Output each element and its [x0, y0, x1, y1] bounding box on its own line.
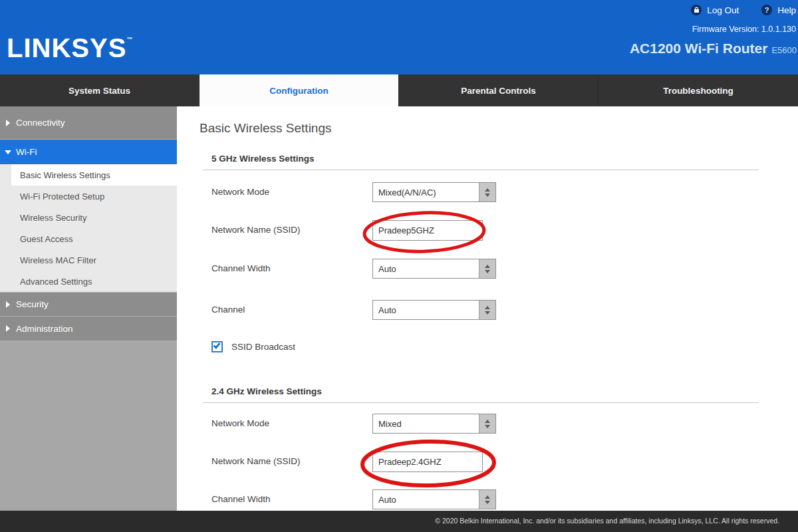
product-model: E5600: [771, 45, 797, 55]
ssid-broadcast-row: SSID Broadcast: [211, 341, 295, 352]
main-tabbar: System Status Configuration Parental Con…: [0, 74, 798, 106]
section-title-24ghz: 2.4 GHz Wireless Settings: [211, 386, 322, 396]
select-channel-width-24ghz[interactable]: Auto: [372, 489, 496, 509]
select-channel-width-5ghz[interactable]: Auto: [372, 259, 496, 279]
stepper-icon[interactable]: [479, 301, 495, 319]
label-channel-5ghz: Channel: [211, 305, 245, 315]
tab-parental-controls[interactable]: Parental Controls: [399, 74, 598, 106]
checkmark-icon: [213, 341, 220, 349]
header: LINKSYS™ Log Out ? Help Firmware Version…: [0, 0, 798, 74]
sidebar-item-label: Wi-Fi: [16, 147, 37, 157]
submenu-item-advanced-settings[interactable]: Advanced Settings: [0, 271, 177, 292]
label-channel-width-24ghz: Channel Width: [211, 494, 271, 504]
tab-configuration[interactable]: Configuration: [200, 74, 399, 106]
main-content: Basic Wireless Settings 5 GHz Wireless S…: [177, 106, 798, 511]
select-network-mode-5ghz[interactable]: Mixed(A/N/AC): [372, 182, 496, 202]
chevron-right-icon: [6, 325, 10, 332]
sidebar-item-label: Connectivity: [16, 118, 65, 128]
sidebar-item-connectivity[interactable]: Connectivity: [0, 106, 177, 140]
header-links: Log Out ? Help: [691, 5, 796, 15]
page-title: Basic Wireless Settings: [200, 121, 332, 136]
submenu-item-wireless-security[interactable]: Wireless Security: [0, 207, 177, 228]
stepper-icon[interactable]: [479, 414, 495, 433]
select-value: Auto: [373, 301, 479, 319]
sidebar: Connectivity Wi-Fi Basic Wireless Settin…: [0, 106, 177, 511]
sidebar-item-label: Security: [16, 299, 49, 309]
select-value: Auto: [373, 259, 479, 278]
wifi-submenu: Basic Wireless Settings Wi-Fi Protected …: [0, 164, 177, 292]
logout-lock-icon: [691, 5, 702, 15]
select-network-mode-24ghz[interactable]: Mixed: [372, 414, 496, 434]
product-title: AC1200 Wi-Fi RouterE5600: [630, 41, 797, 57]
sidebar-item-label: Administration: [16, 324, 73, 334]
tab-system-status[interactable]: System Status: [0, 74, 200, 106]
submenu-item-wireless-mac-filter[interactable]: Wireless MAC Filter: [0, 249, 177, 271]
ssid-broadcast-label: SSID Broadcast: [231, 342, 295, 352]
submenu-item-guest-access[interactable]: Guest Access: [0, 228, 177, 249]
chevron-right-icon: [6, 301, 10, 308]
footer-copyright: © 2020 Belkin International, Inc. and/or…: [0, 511, 798, 532]
stepper-icon[interactable]: [479, 259, 495, 278]
input-ssid-24ghz[interactable]: [372, 452, 483, 472]
help-link[interactable]: Help: [777, 5, 796, 15]
label-network-name-5ghz: Network Name (SSID): [211, 225, 301, 235]
sidebar-item-security[interactable]: Security: [0, 292, 177, 317]
chevron-down-icon: [5, 150, 11, 154]
label-network-name-24ghz: Network Name (SSID): [211, 456, 301, 466]
logo-text: LINKSYS: [7, 33, 126, 63]
section-title-5ghz: 5 GHz Wireless Settings: [211, 154, 314, 164]
section-divider: [203, 170, 759, 170]
submenu-item-basic-wireless-settings[interactable]: Basic Wireless Settings: [11, 164, 177, 186]
input-ssid-5ghz[interactable]: [372, 220, 483, 241]
select-value: Mixed: [373, 414, 479, 433]
select-value: Auto: [373, 490, 479, 509]
trademark-symbol: ™: [126, 36, 132, 43]
label-channel-width-5ghz: Channel Width: [211, 263, 271, 273]
label-network-mode-24ghz: Network Mode: [211, 418, 269, 428]
select-value: Mixed(A/N/AC): [373, 183, 479, 201]
logout-link[interactable]: Log Out: [707, 5, 739, 15]
ssid-broadcast-checkbox[interactable]: [211, 341, 223, 352]
sidebar-item-administration[interactable]: Administration: [0, 317, 177, 341]
firmware-version: Firmware Version: 1.0.1.130: [692, 25, 796, 34]
stepper-icon[interactable]: [479, 490, 495, 509]
tab-troubleshooting[interactable]: Troubleshooting: [598, 74, 798, 106]
stepper-icon[interactable]: [479, 183, 495, 201]
linksys-logo: LINKSYS™: [7, 35, 132, 61]
label-network-mode-5ghz: Network Mode: [211, 187, 269, 197]
product-name: AC1200 Wi-Fi Router: [630, 41, 768, 56]
select-channel-5ghz[interactable]: Auto: [372, 300, 496, 320]
chevron-right-icon: [6, 120, 10, 126]
section-divider: [203, 402, 759, 403]
sidebar-item-wifi[interactable]: Wi-Fi: [0, 140, 177, 164]
help-icon: ?: [761, 5, 772, 15]
submenu-item-wifi-protected-setup[interactable]: Wi-Fi Protected Setup: [0, 186, 177, 207]
